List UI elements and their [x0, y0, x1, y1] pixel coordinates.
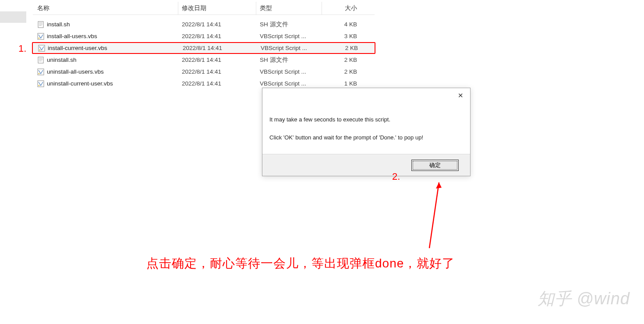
file-name: uninstall-all-users.vbs: [47, 68, 104, 75]
dialog-body: It may take a few seconds to execute thi…: [262, 103, 470, 154]
file-row[interactable]: install-all-users.vbs2022/8/1 14:41VBScr…: [33, 30, 375, 42]
svg-line-16: [429, 182, 439, 248]
file-icon: [38, 45, 45, 52]
file-row[interactable]: install.sh2022/8/1 14:41SH 源文件4 KB: [33, 18, 375, 30]
file-row[interactable]: uninstall.sh2022/8/1 14:41SH 源文件2 KB: [33, 54, 375, 66]
file-size: 2 KB: [323, 45, 361, 51]
file-name: install-current-user.vbs: [48, 45, 107, 51]
dialog-text-line-1: It may take a few seconds to execute thi…: [269, 116, 463, 123]
sidebar-tab: [0, 11, 26, 23]
file-name: install-all-users.vbs: [47, 33, 97, 39]
file-date: 2022/8/1 14:41: [178, 68, 256, 75]
sort-ascending-icon: ˄: [103, 0, 106, 4]
file-size: 4 KB: [322, 21, 361, 28]
close-button[interactable]: ✕: [451, 89, 470, 102]
file-type: SH 源文件: [256, 56, 322, 64]
header-name-label: 名称: [37, 4, 50, 12]
file-name: uninstall-current-user.vbs: [47, 80, 113, 87]
file-icon: [37, 21, 44, 28]
file-size: 2 KB: [322, 68, 361, 75]
message-dialog: ✕ It may take a few seconds to execute t…: [262, 88, 471, 176]
svg-point-13: [39, 73, 39, 74]
file-icon: [37, 80, 44, 87]
dialog-titlebar[interactable]: ✕: [262, 88, 470, 103]
svg-rect-0: [38, 21, 43, 28]
file-name: uninstall.sh: [47, 57, 77, 63]
file-date: 2022/8/1 14:41: [179, 45, 257, 51]
watermark-text: 知乎 @wind: [538, 288, 630, 310]
svg-marker-17: [436, 182, 442, 189]
file-date: 2022/8/1 14:41: [178, 21, 256, 28]
file-date: 2022/8/1 14:41: [178, 57, 256, 63]
file-date: 2022/8/1 14:41: [178, 80, 256, 87]
dialog-footer: 确定: [262, 154, 470, 176]
file-icon: [37, 33, 44, 40]
file-type: SH 源文件: [256, 21, 322, 28]
svg-rect-8: [38, 57, 43, 63]
file-size: 2 KB: [322, 57, 361, 63]
file-type: VBScript Script ...: [257, 45, 323, 51]
dialog-text-line-2: Click 'OK' button and wait for the promp…: [269, 134, 463, 141]
file-icon: [37, 68, 44, 75]
svg-point-5: [39, 37, 39, 38]
close-icon: ✕: [458, 92, 464, 100]
header-date[interactable]: 修改日期: [178, 2, 256, 14]
svg-point-15: [39, 85, 39, 85]
file-type: VBScript Script ...: [256, 33, 322, 39]
file-type: VBScript Script ...: [256, 68, 322, 75]
column-headers[interactable]: 名称 ˄ 修改日期 类型 大小: [33, 2, 375, 15]
ok-button[interactable]: 确定: [411, 160, 459, 171]
svg-point-7: [39, 49, 40, 50]
file-name: install.sh: [47, 21, 70, 28]
header-name[interactable]: 名称 ˄: [33, 2, 178, 14]
annotation-step-1: 1.: [18, 43, 26, 54]
header-size[interactable]: 大小: [322, 2, 361, 14]
header-type[interactable]: 类型: [256, 2, 322, 14]
file-row[interactable]: install-current-user.vbs2022/8/1 14:41VB…: [32, 42, 375, 54]
file-icon: [37, 57, 44, 64]
file-size: 3 KB: [322, 33, 361, 39]
annotation-step-2: 2.: [392, 171, 400, 182]
file-date: 2022/8/1 14:41: [178, 33, 256, 39]
annotation-instruction: 点击确定，耐心等待一会儿，等出现弹框done，就好了: [146, 255, 455, 272]
ok-button-label: 确定: [429, 161, 441, 169]
file-list: 名称 ˄ 修改日期 类型 大小 install.sh2022/8/1 14:41…: [33, 2, 375, 89]
annotation-arrow-icon: [425, 182, 451, 257]
file-size: 1 KB: [322, 80, 361, 87]
file-row[interactable]: uninstall-all-users.vbs2022/8/1 14:41VBS…: [33, 66, 375, 78]
file-type: VBScript Script ...: [256, 80, 322, 87]
